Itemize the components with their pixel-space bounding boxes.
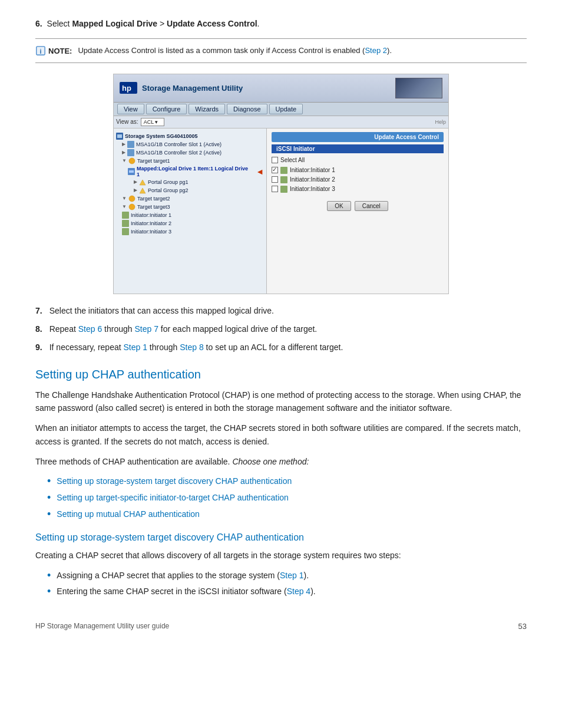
discovery-step4-link[interactable]: Step 4 bbox=[287, 587, 310, 596]
smu-toolbar-button[interactable]: Update Access Control bbox=[272, 132, 444, 142]
tree-ctrl2-label: MSA1G/1B Controller Slot 2 (Active) bbox=[136, 150, 222, 156]
smu-left-panel: Storage System SG40410005 ▶ MSA1G/1B Con… bbox=[114, 129, 267, 294]
discovery-para1: Creating a CHAP secret that allows disco… bbox=[35, 549, 527, 562]
tree-mapped-drive[interactable]: Mapped:Logical Drive 1 Item:1 Logical Dr… bbox=[116, 165, 264, 178]
chap-bullet-1: • Setting up storage-system target disco… bbox=[47, 475, 527, 488]
tree-target2[interactable]: ▼ Target target2 bbox=[116, 195, 264, 203]
view-label: View as: bbox=[116, 118, 138, 125]
svg-rect-16 bbox=[122, 220, 129, 227]
bullet-dot-2: • bbox=[47, 492, 51, 505]
step-number-6: 6. bbox=[35, 19, 42, 28]
chap-section-heading: Setting up CHAP authentication bbox=[35, 368, 527, 381]
bullet-dot-1: • bbox=[47, 475, 51, 488]
chap-bullet-link-1[interactable]: Setting up storage-system target discove… bbox=[57, 475, 292, 487]
step-number-8: 8. bbox=[35, 323, 42, 335]
menu-view[interactable]: View bbox=[117, 104, 144, 114]
chap-para2: When an initiator attempts to access the… bbox=[35, 421, 527, 448]
svg-rect-19 bbox=[280, 176, 287, 183]
step-6-bold1: Mapped Logical Drive bbox=[72, 19, 157, 28]
tree-init3-label: Initiator:Initiator 3 bbox=[131, 229, 171, 235]
note-svg-icon: i bbox=[35, 45, 46, 56]
tree-ctrl1-label: MSA1G/1B Controller Slot 1 (Active) bbox=[136, 141, 222, 147]
smu-menubar: View Configure Wizards Diagnose Update bbox=[114, 103, 448, 116]
step-6-arrow: > bbox=[157, 19, 167, 28]
chap-para3: Three methods of CHAP authentication are… bbox=[35, 455, 527, 468]
tree-ctrl2[interactable]: ▶ MSA1G/1B Controller Slot 2 (Active) bbox=[116, 149, 264, 157]
initiator-2-checkbox[interactable] bbox=[272, 176, 278, 183]
step-6-text-before: Select bbox=[47, 19, 72, 28]
initiator-2-icon bbox=[280, 176, 287, 183]
footer-product: HP Storage Management Utility user guide bbox=[35, 622, 169, 630]
step9-link2[interactable]: Step 8 bbox=[180, 342, 203, 352]
svg-rect-20 bbox=[280, 186, 287, 193]
cancel-button[interactable]: Cancel bbox=[355, 201, 388, 211]
smu-title: Storage Management Utility bbox=[142, 84, 243, 93]
chap-bullet-link-2[interactable]: Setting up target-specific initiator-to-… bbox=[57, 492, 289, 504]
tree-storage-system[interactable]: Storage System SG40410005 bbox=[116, 132, 264, 140]
tree-ctrl1[interactable]: ▶ MSA1G/1B Controller Slot 1 (Active) bbox=[116, 140, 264, 149]
menu-update[interactable]: Update bbox=[269, 104, 303, 114]
svg-point-14 bbox=[129, 204, 135, 210]
ok-button[interactable]: OK bbox=[327, 201, 351, 211]
tree-pg2[interactable]: ▶ Portal Group pg2 bbox=[116, 186, 264, 195]
chap-bullet-list: • Setting up storage-system target disco… bbox=[47, 475, 527, 521]
discovery-step1-link[interactable]: Step 1 bbox=[280, 571, 303, 580]
help-link[interactable]: Help bbox=[435, 119, 446, 125]
svg-rect-10 bbox=[129, 170, 134, 173]
menu-configure[interactable]: Configure bbox=[146, 104, 187, 114]
step-6: 6. Select Mapped Logical Drive > Update … bbox=[35, 18, 527, 30]
initiator-row-1: Initiator:Initiator 1 bbox=[272, 166, 444, 175]
tree-target2-label: Target target2 bbox=[137, 196, 170, 202]
note-label: NOTE: bbox=[48, 47, 72, 55]
initiator-3-checkbox[interactable] bbox=[272, 186, 278, 192]
screenshot-container: hp Storage Management Utility View Confi… bbox=[113, 74, 449, 294]
svg-text:hp: hp bbox=[122, 84, 131, 93]
initiator-row-2: Initiator:Initiator 2 bbox=[272, 175, 444, 185]
menu-wizards[interactable]: Wizards bbox=[189, 104, 225, 114]
tree-storage-label: Storage System SG40410005 bbox=[125, 133, 198, 139]
tree-init3[interactable]: Initiator:Initiator 3 bbox=[116, 228, 264, 236]
initiator-1-icon bbox=[280, 167, 287, 174]
tree-target1-label: Target target1 bbox=[137, 158, 170, 164]
step-9-text: If necessary, repeat Step 1 through Step… bbox=[49, 341, 343, 354]
tree-init2[interactable]: Initiator:Initiator 2 bbox=[116, 219, 264, 228]
svg-point-13 bbox=[129, 196, 135, 202]
discovery-bullet-2-text: Entering the same CHAP secret in the iSC… bbox=[57, 585, 315, 598]
step-9: 9. If necessary, repeat Step 1 through S… bbox=[35, 341, 527, 354]
tree-pg2-label: Portal Group pg2 bbox=[148, 187, 189, 193]
note-icon: i NOTE: bbox=[35, 45, 72, 56]
initiator-3-icon bbox=[280, 186, 287, 193]
svg-marker-11 bbox=[140, 180, 146, 185]
note-step2-link[interactable]: Step 2 bbox=[365, 46, 387, 55]
note-box: i NOTE: Update Access Control is listed … bbox=[35, 38, 527, 63]
chap-bullet-2: • Setting up target-specific initiator-t… bbox=[47, 492, 527, 505]
discovery-bullet-2: • Entering the same CHAP secret in the i… bbox=[47, 585, 527, 598]
smu-body: Storage System SG40410005 ▶ MSA1G/1B Con… bbox=[114, 129, 448, 294]
smu-panel-title: iSCSI Initiator bbox=[272, 144, 444, 153]
chap-bullet-link-3[interactable]: Setting up mutual CHAP authentication bbox=[57, 508, 200, 521]
svg-rect-17 bbox=[122, 228, 129, 235]
step8-link1[interactable]: Step 6 bbox=[78, 324, 102, 334]
tree-init1[interactable]: Initiator:Initiator 1 bbox=[116, 211, 264, 219]
tree-target1[interactable]: ▼ Target target1 bbox=[116, 157, 264, 165]
page-number: 53 bbox=[518, 622, 527, 631]
step8-link2[interactable]: Step 7 bbox=[134, 324, 158, 334]
step-8-text: Repeat Step 6 through Step 7 for each ma… bbox=[49, 323, 318, 335]
svg-rect-18 bbox=[280, 167, 287, 174]
smu-right-panel: Update Access Control iSCSI Initiator Se… bbox=[267, 129, 448, 294]
step-number-7: 7. bbox=[35, 305, 42, 317]
initiator-3-label: Initiator:Initiator 3 bbox=[290, 186, 335, 192]
initiator-2-label: Initiator:Initiator 2 bbox=[290, 176, 335, 183]
initiator-row-3: Initiator:Initiator 3 bbox=[272, 185, 444, 194]
step9-link1[interactable]: Step 1 bbox=[124, 342, 147, 352]
tree-pg1[interactable]: ▶ Portal Group pg1 bbox=[116, 178, 264, 186]
page-footer: HP Storage Management Utility user guide… bbox=[35, 622, 527, 631]
menu-diagnose[interactable]: Diagnose bbox=[227, 104, 267, 114]
select-all-checkbox[interactable] bbox=[272, 157, 278, 163]
tree-target3[interactable]: ▼ Target target3 bbox=[116, 203, 264, 211]
svg-rect-5 bbox=[117, 134, 122, 138]
initiator-1-checkbox[interactable] bbox=[272, 167, 278, 173]
smu-titlebar: hp Storage Management Utility bbox=[114, 74, 448, 103]
svg-point-8 bbox=[129, 158, 135, 164]
view-select[interactable]: ACL ▾ bbox=[141, 118, 164, 126]
